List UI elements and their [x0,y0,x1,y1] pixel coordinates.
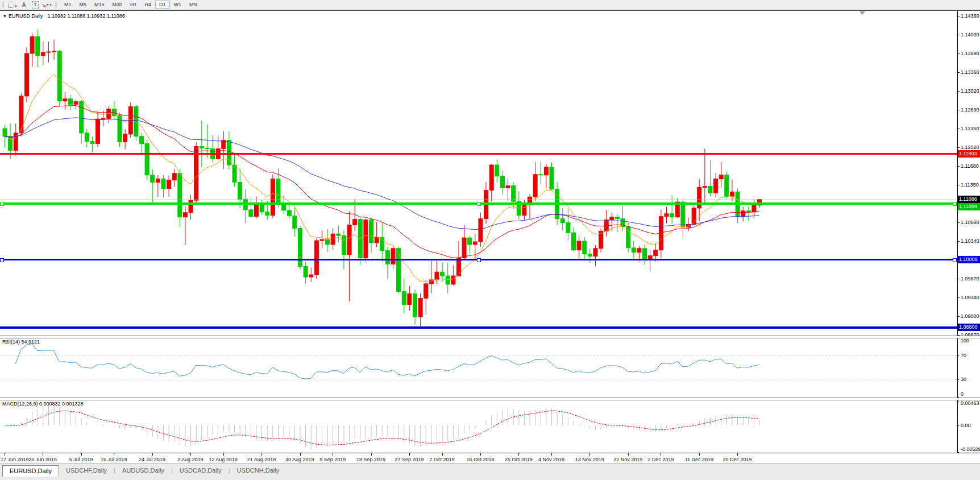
price-tick [957,241,960,242]
price-tick [957,35,960,35]
date-label: 16 Oct 2019 [466,457,494,462]
macd-name: MACD(12,26,9) [2,401,38,407]
bid-price-line [0,200,957,200]
date-tick [333,453,333,456]
hline-marker[interactable] [477,258,481,262]
price-tick [957,185,960,185]
timeframe-button-M30[interactable]: M30 [109,1,127,9]
hline-resistance-line-red[interactable] [0,153,957,155]
indicator-arrows-icon[interactable]: ↘↗▾ [41,1,52,9]
date-label: 2 Dec 2019 [647,457,674,462]
rsi-tick [957,379,959,380]
symbol-label: EURUSD,Daily [9,13,43,19]
date-tick [152,453,153,456]
toolbar-grip[interactable] [55,2,57,8]
symbol-tab-audusd[interactable]: AUDUSD,Daily [115,465,171,475]
timeframe-button-W1[interactable]: W1 [170,1,186,9]
symbol-tab-usdcad[interactable]: USDCAD,Daily [173,465,229,475]
hline-marker[interactable] [953,258,957,262]
date-tick [699,453,700,456]
timeframe-button-M15[interactable]: M15 [90,1,109,9]
rsi-level-label: 70 [961,353,966,358]
price-tick-label: 1.09000 [961,313,979,319]
timeframe-button-D1[interactable]: D1 [155,1,170,9]
timeframe-button-M1[interactable]: M1 [60,1,76,9]
dropdown-caret-icon[interactable]: ▾ [49,3,52,7]
hline-marker[interactable] [477,202,481,206]
date-label: 27 Sep 2019 [395,457,423,462]
date-tick [190,453,191,456]
macd-level-label: 0.00463 [961,400,979,406]
timeframe-group: M1M5M15M30H1H4D1W1MN [60,1,201,9]
hline-marker[interactable] [0,258,4,262]
hline-support-line-navy[interactable] [0,326,957,329]
macd-level-label: -0.00529 [961,446,980,452]
rsi-level-label: 0 [961,391,964,397]
date-tick [551,453,552,456]
timeframe-button-H1[interactable]: H1 [126,1,141,9]
macd-tick [957,425,959,426]
date-tick [300,453,301,456]
text-t-icon[interactable]: T [30,1,40,9]
price-tick [957,110,960,110]
rsi-value: 54.9121 [22,339,40,345]
date-label: 12 Aug 2019 [209,457,238,462]
pane-separator[interactable] [0,398,980,400]
price-badge: 1.11009 [958,203,980,210]
date-tick [661,453,661,456]
timeframe-button-M5[interactable]: M5 [76,1,91,9]
price-tick-label: 1.11680 [961,163,979,169]
price-badge: 1.10008 [958,256,980,263]
macd-values: 0.000832 0.001328 [39,401,84,407]
text-a-icon[interactable]: A [19,1,29,9]
date-label: 11 Dec 2019 [685,457,713,462]
t-box-glyph: T [32,1,39,9]
price-tick-label: 1.14360 [961,13,979,19]
date-tick [371,453,372,456]
symbol-tab-usdchf[interactable]: USDCHF,Daily [59,465,114,475]
date-label: 2 Aug 2019 [177,457,204,462]
date-tick [81,453,82,456]
price-tick [957,147,960,148]
f-grid-icon[interactable]: F [7,1,18,9]
price-tick-label: 1.10680 [961,220,979,225]
date-tick [261,453,262,456]
f-grid-label: F [15,5,17,9]
price-tick-label: 1.13690 [961,51,979,56]
timeframe-button-H4[interactable]: H4 [141,1,156,9]
date-label: 7 Oct 2019 [430,457,455,462]
price-tick [957,16,960,16]
price-tick-label: 1.14030 [961,32,979,38]
pane-separator[interactable] [0,336,980,338]
price-tick [957,129,960,129]
date-label: 21 Aug 2019 [247,457,276,462]
date-tick [43,453,43,456]
chart-title: ▼EURUSD,Daily1.10982 1.11086 1.10932 1.1… [3,13,125,19]
toolbar-grip[interactable] [2,2,4,8]
chart-shift-marker[interactable] [859,11,865,15]
macd-label: MACD(12,26,9) 0.000832 0.001328 [2,401,84,407]
date-label: 17 Jun 2019 [1,457,29,462]
price-tick [957,279,960,279]
chart-window[interactable] [0,10,980,464]
price-tick [957,91,960,92]
rsi-tick [957,355,959,356]
hline-marker[interactable] [0,202,4,206]
chevron-down-icon[interactable]: ▼ [3,14,7,18]
date-label: 30 Aug 2019 [285,457,314,462]
rsi-level-label: 30 [961,376,966,382]
date-label: 4 Nov 2019 [538,457,564,462]
date-tick [518,453,519,456]
symbol-tab-eurusd[interactable]: EURUSD,Daily [2,465,59,477]
timeframe-button-MN[interactable]: MN [185,1,201,9]
date-tick [628,453,629,456]
date-label: 5 Jul 2019 [69,457,93,462]
symbol-tab-usdcnh[interactable]: USDCNH,Daily [230,465,286,475]
date-tick [480,453,481,456]
hline-marker[interactable] [953,202,957,206]
price-badge: 1.08800 [958,324,980,331]
price-tick-label: 1.11350 [961,182,979,188]
date-label: 20 Dec 2019 [723,457,752,462]
price-tick [957,297,960,298]
date-label: 25 Oct 2019 [505,457,533,462]
